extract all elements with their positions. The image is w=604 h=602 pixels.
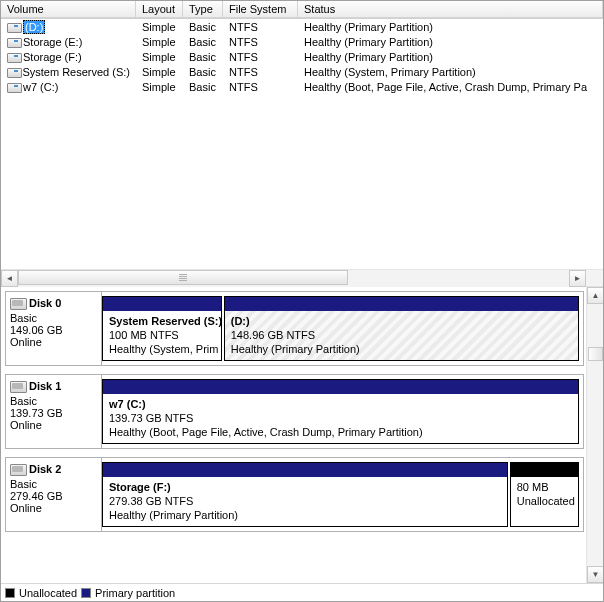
partition-row: w7 (C:)139.73 GB NTFSHealthy (Boot, Page…	[102, 375, 583, 448]
volume-filesystem: NTFS	[223, 51, 298, 63]
column-header-layout[interactable]: Layout	[136, 1, 183, 18]
volume-type: Basic	[183, 51, 223, 63]
disk-size: 139.73 GB	[10, 407, 97, 419]
partition-primary[interactable]: System Reserved (S:)100 MB NTFSHealthy (…	[102, 296, 222, 361]
volume-type: Basic	[183, 81, 223, 93]
column-header-filesystem[interactable]: File System	[223, 1, 298, 18]
volume-status: Healthy (Primary Partition)	[298, 36, 603, 48]
legend-label-primary: Primary partition	[95, 587, 175, 599]
partition-color-bar	[103, 297, 221, 311]
partition-size: 279.38 GB NTFS	[109, 494, 501, 508]
disk-title: Disk 2	[29, 463, 61, 475]
scroll-right-button[interactable]: ►	[569, 270, 586, 287]
disk-block: Disk 0Basic149.06 GBOnlineSystem Reserve…	[5, 291, 584, 366]
disk-management-window: Volume Layout Type File System Status (D…	[0, 0, 604, 602]
scroll-down-button[interactable]: ▼	[587, 566, 603, 583]
partition-name: w7 (C:)	[109, 397, 572, 411]
disk-icon	[10, 379, 26, 393]
partition-status: Healthy (Primary Partition)	[231, 342, 572, 356]
disk-state: Online	[10, 502, 97, 514]
volume-type: Basic	[183, 66, 223, 78]
volume-type: Basic	[183, 21, 223, 33]
drive-icon	[7, 66, 20, 77]
volume-filesystem: NTFS	[223, 81, 298, 93]
partition-name: System Reserved (S:)	[109, 314, 215, 328]
disk-icon	[10, 462, 26, 476]
disk-title: Disk 0	[29, 297, 61, 309]
partition-primary[interactable]: Storage (F:)279.38 GB NTFSHealthy (Prima…	[102, 462, 508, 527]
volume-layout: Simple	[136, 81, 183, 93]
volume-header-row: Volume Layout Type File System Status	[1, 1, 603, 19]
legend-label-unallocated: Unallocated	[19, 587, 77, 599]
drive-icon	[7, 81, 21, 92]
partition-unallocated[interactable]: 80 MBUnallocated	[510, 462, 579, 527]
disk-type: Basic	[10, 312, 97, 324]
partition-row: Storage (F:)279.38 GB NTFSHealthy (Prima…	[102, 458, 583, 531]
partition-primary[interactable]: (D:)148.96 GB NTFSHealthy (Primary Parti…	[224, 296, 579, 361]
legend-swatch-unallocated	[5, 588, 15, 598]
volume-name: Storage (F:)	[23, 51, 82, 63]
volume-status: Healthy (Primary Partition)	[298, 21, 603, 33]
disk-size: 279.46 GB	[10, 490, 97, 502]
volume-row[interactable]: Storage (F:)SimpleBasicNTFSHealthy (Prim…	[1, 49, 603, 64]
partition-size: 80 MB	[517, 480, 572, 494]
disk-info: Disk 1Basic139.73 GBOnline	[6, 375, 102, 448]
volume-status: Healthy (Primary Partition)	[298, 51, 603, 63]
partition-row: System Reserved (S:)100 MB NTFSHealthy (…	[102, 292, 583, 365]
disk-title: Disk 1	[29, 380, 61, 392]
partition-status: Healthy (Primary Partition)	[109, 508, 501, 522]
partition-color-bar	[103, 380, 578, 394]
disk-size: 149.06 GB	[10, 324, 97, 336]
volume-filesystem: NTFS	[223, 36, 298, 48]
column-header-volume[interactable]: Volume	[1, 1, 136, 18]
scroll-left-button[interactable]: ◄	[1, 270, 18, 287]
partition-size: 148.96 GB NTFS	[231, 328, 572, 342]
legend: Unallocated Primary partition	[1, 583, 603, 601]
column-header-type[interactable]: Type	[183, 1, 223, 18]
drive-icon	[7, 36, 21, 47]
horizontal-scrollbar[interactable]: ◄ ►	[1, 269, 603, 286]
disk-info: Disk 2Basic279.46 GBOnline	[6, 458, 102, 531]
volume-name: Storage (E:)	[23, 36, 82, 48]
disk-block: Disk 1Basic139.73 GBOnlinew7 (C:)139.73 …	[5, 374, 584, 449]
disk-state: Online	[10, 419, 97, 431]
volume-row[interactable]: (D:)SimpleBasicNTFSHealthy (Primary Part…	[1, 19, 603, 34]
scroll-up-button[interactable]: ▲	[587, 287, 603, 304]
disk-state: Online	[10, 336, 97, 348]
partition-primary[interactable]: w7 (C:)139.73 GB NTFSHealthy (Boot, Page…	[102, 379, 579, 444]
disk-map-list[interactable]: Disk 0Basic149.06 GBOnlineSystem Reserve…	[1, 287, 586, 583]
volume-row[interactable]: Storage (E:)SimpleBasicNTFSHealthy (Prim…	[1, 34, 603, 49]
disk-map-pane: Disk 0Basic149.06 GBOnlineSystem Reserve…	[1, 287, 603, 583]
partition-status: Healthy (System, Prim	[109, 342, 215, 356]
volume-row[interactable]: w7 (C:)SimpleBasicNTFSHealthy (Boot, Pag…	[1, 79, 603, 94]
partition-size: 100 MB NTFS	[109, 328, 215, 342]
partition-name: Storage (F:)	[109, 480, 501, 494]
scroll-thumb[interactable]	[18, 270, 348, 285]
partition-color-bar	[225, 297, 578, 311]
volume-list[interactable]: (D:)SimpleBasicNTFSHealthy (Primary Part…	[1, 19, 603, 269]
disk-type: Basic	[10, 395, 97, 407]
legend-swatch-primary	[81, 588, 91, 598]
volume-name: w7 (C:)	[23, 81, 58, 93]
column-header-status[interactable]: Status	[298, 1, 603, 18]
volume-status: Healthy (System, Primary Partition)	[298, 66, 603, 78]
volume-layout: Simple	[136, 21, 183, 33]
volume-filesystem: NTFS	[223, 21, 298, 33]
volume-name: (D:)	[23, 20, 45, 34]
disk-icon	[10, 296, 26, 310]
partition-size: 139.73 GB NTFS	[109, 411, 572, 425]
vscroll-thumb[interactable]	[588, 347, 603, 361]
volume-name: System Reserved (S:)	[22, 66, 130, 78]
volume-status: Healthy (Boot, Page File, Active, Crash …	[298, 81, 603, 93]
vertical-scrollbar[interactable]: ▲ ▼	[586, 287, 603, 583]
volume-type: Basic	[183, 36, 223, 48]
partition-color-bar	[511, 463, 578, 477]
partition-status: Unallocated	[517, 494, 572, 508]
volume-row[interactable]: System Reserved (S:)SimpleBasicNTFSHealt…	[1, 64, 603, 79]
drive-icon	[7, 51, 21, 62]
volume-layout: Simple	[136, 36, 183, 48]
volume-list-pane: Volume Layout Type File System Status (D…	[1, 1, 603, 287]
volume-layout: Simple	[136, 51, 183, 63]
scroll-track[interactable]	[18, 270, 569, 287]
volume-layout: Simple	[136, 66, 183, 78]
